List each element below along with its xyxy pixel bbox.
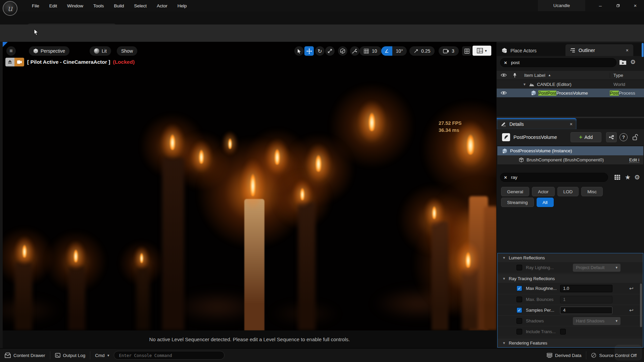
filter-actor[interactable]: Actor <box>532 187 555 196</box>
checkbox-max-roughness[interactable]: ✓ <box>516 286 522 291</box>
unlock-icon[interactable] <box>632 134 638 141</box>
edit-blueprint-button[interactable] <box>606 132 617 142</box>
menu-actor[interactable]: Actor <box>153 2 171 10</box>
stop-piloting-button[interactable] <box>5 58 14 66</box>
angle-snap-value: 10° <box>392 48 407 54</box>
clear-search-icon[interactable]: × <box>504 60 507 65</box>
add-folder-icon[interactable] <box>619 59 627 65</box>
menu-select[interactable]: Select <box>131 2 151 10</box>
outliner-search[interactable]: × <box>500 58 616 67</box>
grid-snap-control[interactable]: 10 <box>359 46 382 56</box>
edit-in-link[interactable]: Edit i <box>629 157 639 163</box>
display-options-grid-icon[interactable] <box>614 174 621 180</box>
console-command-input[interactable] <box>114 351 225 360</box>
ray-lighting-dropdown[interactable]: Project Default ▾ <box>573 264 621 272</box>
checkbox-max-bounces[interactable] <box>516 297 522 302</box>
tab-place-actors[interactable]: Place Actors <box>497 45 541 56</box>
world-space-toggle[interactable] <box>338 46 347 56</box>
component-row[interactable]: BrushComponent (BrushComponent0) Edit i <box>497 155 643 164</box>
row-eye-icon[interactable] <box>501 91 507 95</box>
max-roughness-input[interactable]: 1.0 <box>560 285 612 292</box>
outliner-search-input[interactable] <box>511 60 612 65</box>
panel-scrollbar-thumb[interactable] <box>642 43 644 57</box>
prop-max-roughness: ✓ Max Roughne... 1.0 ↩ <box>498 283 643 294</box>
cmd-dropdown[interactable]: Cmd ▾ <box>90 349 114 362</box>
details-header: PostProcessVolume + Add ? <box>497 129 644 145</box>
scale-tool[interactable] <box>325 46 335 56</box>
help-icon[interactable]: ? <box>620 133 628 141</box>
viewport[interactable]: ≡ Perspective Lit Show ↻ 10 ∠ 10° 0.25 <box>3 42 496 348</box>
instance-row-selected[interactable]: PostProcessVolume (Instance) <box>497 146 643 155</box>
collapse-icon[interactable]: ▼ <box>523 83 526 86</box>
output-log-button[interactable]: Output Log <box>50 349 90 362</box>
unreal-logo-icon[interactable]: u <box>3 1 17 16</box>
checkbox-shadows[interactable] <box>516 318 522 324</box>
filter-streaming[interactable]: Streaming <box>501 198 534 207</box>
section-lumen-reflections[interactable]: ▼ Lumen Reflections <box>498 253 643 262</box>
filter-lod[interactable]: LOD <box>557 187 579 196</box>
show-dropdown[interactable]: Show <box>117 46 137 56</box>
filter-general[interactable]: General <box>501 187 529 196</box>
status-bar: Content Drawer Output Log Cmd ▾ Derived … <box>0 348 644 362</box>
add-component-button[interactable]: + Add <box>571 132 601 142</box>
samples-input[interactable]: 4 <box>560 307 612 314</box>
select-tool[interactable] <box>294 46 304 56</box>
derived-data-button[interactable]: Derived Data <box>542 349 586 362</box>
outliner-settings-gear-icon[interactable]: ⚙ <box>630 58 636 66</box>
checkbox-samples[interactable]: ✓ <box>516 307 522 313</box>
pin-column-icon[interactable] <box>513 73 517 78</box>
section-ray-tracing-reflections[interactable]: ▼ Ray Tracing Reflections <box>498 274 643 283</box>
derived-data-icon <box>547 353 552 358</box>
properties-scrollbar[interactable] <box>640 283 642 327</box>
restore-button[interactable] <box>610 0 626 11</box>
angle-snap-control[interactable]: ∠ 10° <box>381 46 407 56</box>
favorites-star-icon[interactable]: ★ <box>625 173 631 181</box>
outliner-tab-bar: Place Actors Outliner × <box>497 43 644 56</box>
menu-help[interactable]: Help <box>174 2 191 10</box>
quad-view-toggle[interactable] <box>462 46 472 56</box>
details-search[interactable]: × <box>500 173 608 182</box>
shadows-dropdown[interactable]: Hard Shadows ▾ <box>573 317 621 325</box>
lit-mode-dropdown[interactable]: Lit <box>90 46 111 56</box>
checkbox-include-translucent[interactable] <box>516 329 522 334</box>
close-details-icon[interactable]: × <box>570 121 573 127</box>
details-settings-gear-icon[interactable]: ⚙ <box>634 173 640 181</box>
camera-speed-control[interactable]: 3 <box>439 46 459 56</box>
outliner-row-postprocess-selected[interactable]: PostPostProcessVolume PostProcess <box>497 89 644 97</box>
menu-tools[interactable]: Tools <box>90 2 108 10</box>
outliner-empty-area <box>497 97 644 117</box>
filter-all[interactable]: All <box>537 198 554 207</box>
minimize-button[interactable]: – <box>593 0 608 11</box>
surface-snap-toggle[interactable] <box>350 46 359 56</box>
scale-snap-control[interactable]: 0.25 <box>409 46 435 56</box>
piloted-camera-button[interactable] <box>14 58 24 66</box>
item-label-column[interactable]: Item Label <box>524 73 545 78</box>
reset-to-default-icon[interactable]: ↩ <box>629 307 634 313</box>
rotate-tool[interactable]: ↻ <box>315 46 325 56</box>
clear-search-icon[interactable]: × <box>504 174 507 180</box>
menu-file[interactable]: File <box>28 2 43 10</box>
move-tool[interactable] <box>304 46 314 56</box>
close-button[interactable]: × <box>628 0 643 11</box>
reset-to-default-icon[interactable]: ↩ <box>629 286 634 292</box>
perspective-dropdown[interactable]: Perspective <box>29 46 69 56</box>
close-outliner-icon[interactable]: × <box>626 48 629 53</box>
viewport-options-menu[interactable]: ≡ <box>6 46 16 56</box>
tab-details[interactable]: Details × <box>497 118 577 129</box>
checkbox-ray-lighting[interactable] <box>516 265 522 270</box>
camera-icon <box>443 49 449 53</box>
details-search-input[interactable] <box>511 175 604 180</box>
visibility-column-eye-icon[interactable] <box>501 73 507 77</box>
type-column[interactable]: Type <box>610 73 623 78</box>
prop-label: Samples Per... <box>526 308 554 313</box>
menu-window[interactable]: Window <box>63 2 87 10</box>
menu-edit[interactable]: Edit <box>46 2 61 10</box>
outliner-row-level[interactable]: ▼ CANDLE (Editor) World <box>497 80 644 89</box>
filter-misc[interactable]: Misc <box>581 187 603 196</box>
max-bounces-input[interactable]: 1 <box>560 296 612 303</box>
content-drawer-button[interactable]: Content Drawer <box>0 349 50 362</box>
include-translucent-value-checkbox[interactable] <box>560 329 566 334</box>
menu-build[interactable]: Build <box>110 2 128 10</box>
tab-outliner[interactable]: Outliner × <box>565 44 633 56</box>
viewport-layout-dropdown[interactable]: ▾ <box>473 46 491 56</box>
